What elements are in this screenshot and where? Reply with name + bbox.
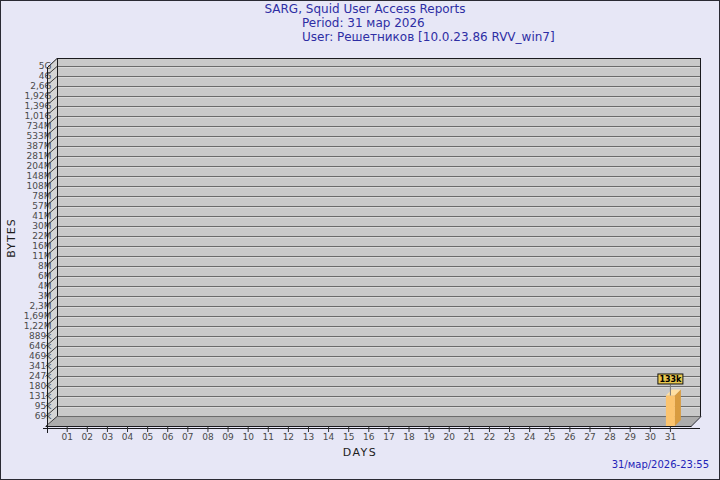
x-tick-label: 16	[363, 432, 375, 442]
x-tick-label: 15	[343, 432, 354, 442]
y-tick-label: 6M	[38, 271, 52, 281]
x-tick-label: 26	[564, 432, 576, 442]
y-tick-label: 2,3M	[29, 301, 51, 311]
y-tick-label: 131k	[29, 391, 52, 401]
y-tick-label: 2,6G	[30, 81, 51, 91]
y-tick-label: 41M	[32, 211, 51, 221]
y-tick-label: 16M	[32, 241, 51, 251]
x-tick-label: 09	[222, 432, 234, 442]
x-tick-label: 11	[263, 432, 274, 442]
x-tick-label: 06	[162, 432, 174, 442]
chart-floor	[47, 416, 701, 426]
x-tick-label: 30	[645, 432, 657, 442]
y-tick-label: 247k	[29, 371, 52, 381]
x-tick-label: 05	[142, 432, 153, 442]
report-timestamp: 31/мар/2026-23:55	[612, 459, 709, 470]
y-tick-label: 4G	[39, 71, 52, 81]
y-tick-label: 11M	[32, 251, 51, 261]
y-tick-label: 180k	[29, 381, 52, 391]
x-tick-label: 18	[403, 432, 415, 442]
y-tick-label: 8M	[38, 261, 52, 271]
sarg-report-page: SARG, Squid User Access Reports Period: …	[0, 0, 720, 480]
x-tick-label: 25	[544, 432, 555, 442]
x-tick-label: 20	[444, 432, 456, 442]
x-tick-label: 02	[82, 432, 93, 442]
y-tick-label: 4M	[38, 281, 52, 291]
bar-value-label: 133k	[659, 375, 682, 384]
y-tick-label: 95k	[35, 401, 52, 411]
x-tick-label: 07	[182, 432, 193, 442]
x-tick-label: 13	[303, 432, 314, 442]
y-tick-label: 646k	[29, 341, 52, 351]
y-tick-label: 78M	[32, 191, 51, 201]
x-tick-label: 01	[61, 432, 72, 442]
y-tick-label: 22M	[32, 231, 51, 241]
y-tick-label: 30M	[32, 221, 51, 231]
bar-side-face	[675, 389, 681, 426]
y-tick-label: 69k	[35, 411, 52, 421]
x-tick-label: 04	[122, 432, 134, 442]
x-tick-label: 17	[383, 432, 394, 442]
bar	[666, 395, 675, 426]
x-tick-label: 29	[624, 432, 636, 442]
x-tick-label: 14	[323, 432, 335, 442]
x-tick-label: 12	[283, 432, 294, 442]
x-tick-label: 23	[504, 432, 515, 442]
x-tick-label: 10	[242, 432, 254, 442]
y-tick-label: 3M	[38, 291, 52, 301]
x-tick-label: 21	[464, 432, 475, 442]
x-tick-label: 27	[584, 432, 595, 442]
y-tick-label: 469k	[29, 351, 52, 361]
x-tick-label: 03	[102, 432, 113, 442]
y-tick-label: 57M	[32, 201, 51, 211]
x-tick-label: 24	[524, 432, 536, 442]
y-tick-label: 341k	[29, 361, 52, 371]
x-tick-label: 22	[484, 432, 495, 442]
y-tick-label: 889k	[29, 331, 52, 341]
x-tick-label: 08	[202, 432, 214, 442]
y-axis-title: BYTES	[5, 218, 18, 257]
x-tick-label: 31	[665, 432, 676, 442]
x-tick-label: 28	[604, 432, 616, 442]
access-bar-chart: 5G4G2,6G1,92G1,39G1,01G734M533M387M281M2…	[0, 0, 720, 480]
x-axis-title: DAYS	[330, 446, 390, 459]
x-tick-label: 19	[423, 432, 435, 442]
